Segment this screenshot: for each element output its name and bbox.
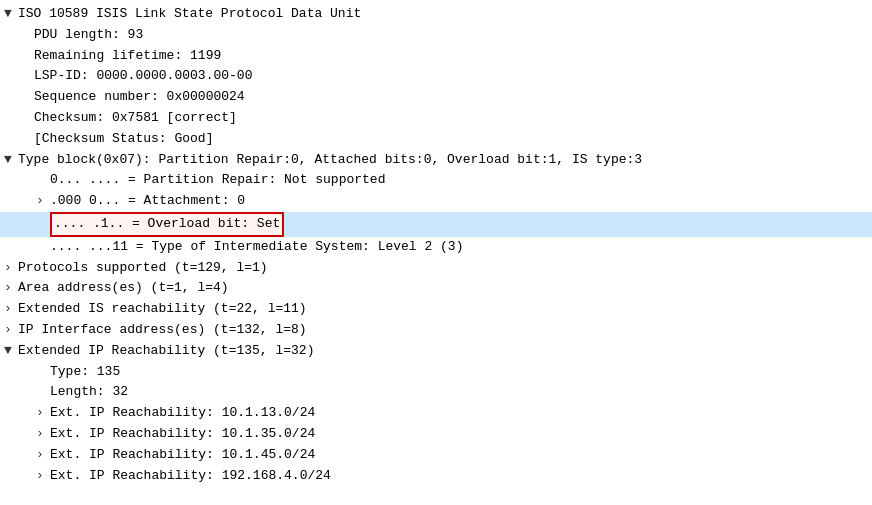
tree-node-text: Extended IS reachability (t=22, l=11) [18, 299, 307, 320]
tree-toggle[interactable]: › [36, 424, 50, 445]
tree-line-ext-ip-reach-4[interactable]: › Ext. IP Reachability: 192.168.4.0/24 [0, 466, 872, 487]
tree-line-ext-ip-reach-2[interactable]: › Ext. IP Reachability: 10.1.35.0/24 [0, 424, 872, 445]
tree-node-text: Area address(es) (t=1, l=4) [18, 278, 229, 299]
tree-toggle[interactable]: ▼ [4, 341, 18, 362]
tree-line-sequence-number: Sequence number: 0x00000024 [0, 87, 872, 108]
tree-line-area-address[interactable]: › Area address(es) (t=1, l=4) [0, 278, 872, 299]
tree-line-protocols-supported[interactable]: › Protocols supported (t=129, l=1) [0, 258, 872, 279]
tree-node-text: Sequence number: 0x00000024 [34, 87, 245, 108]
tree-node-text: Length: 32 [50, 382, 128, 403]
tree-line-type-135: Type: 135 [0, 362, 872, 383]
tree-line-attachment[interactable]: › .000 0... = Attachment: 0 [0, 191, 872, 212]
tree-node-text: Protocols supported (t=129, l=1) [18, 258, 268, 279]
tree-line-ip-interface-address[interactable]: › IP Interface address(es) (t=132, l=8) [0, 320, 872, 341]
tree-line-extended-is-reachability[interactable]: › Extended IS reachability (t=22, l=11) [0, 299, 872, 320]
tree-node-text: 0... .... = Partition Repair: Not suppor… [50, 170, 385, 191]
tree-line-checksum-status: [Checksum Status: Good] [0, 129, 872, 150]
tree-node-text: Checksum: 0x7581 [correct] [34, 108, 237, 129]
tree-node-text: Ext. IP Reachability: 192.168.4.0/24 [50, 466, 331, 487]
tree-line-checksum: Checksum: 0x7581 [correct] [0, 108, 872, 129]
tree-toggle[interactable]: › [4, 320, 18, 341]
tree-toggle[interactable]: › [4, 278, 18, 299]
highlighted-text: .... .1.. = Overload bit: Set [50, 212, 284, 237]
tree-line-overload-bit: .... .1.. = Overload bit: Set [0, 212, 872, 237]
tree-line-lsp-id: LSP-ID: 0000.0000.0003.00-00 [0, 66, 872, 87]
tree-line-type-block[interactable]: ▼ Type block(0x07): Partition Repair:0, … [0, 150, 872, 171]
tree-node-text: ISO 10589 ISIS Link State Protocol Data … [18, 4, 361, 25]
tree-node-text: Ext. IP Reachability: 10.1.35.0/24 [50, 424, 315, 445]
tree-toggle[interactable]: ▼ [4, 4, 18, 25]
tree-line-is-type: .... ...11 = Type of Intermediate System… [0, 237, 872, 258]
tree-node-text: .... .1.. = Overload bit: Set [50, 212, 284, 237]
tree-toggle[interactable]: › [36, 191, 50, 212]
tree-line-ext-ip-reach-1[interactable]: › Ext. IP Reachability: 10.1.13.0/24 [0, 403, 872, 424]
tree-toggle[interactable]: › [36, 466, 50, 487]
tree-line-title-line[interactable]: ▼ ISO 10589 ISIS Link State Protocol Dat… [0, 4, 872, 25]
tree-node-text: Extended IP Reachability (t=135, l=32) [18, 341, 314, 362]
tree-node-text: Ext. IP Reachability: 10.1.13.0/24 [50, 403, 315, 424]
tree-node-text: [Checksum Status: Good] [34, 129, 213, 150]
tree-line-partition-repair: 0... .... = Partition Repair: Not suppor… [0, 170, 872, 191]
tree-toggle[interactable]: › [4, 258, 18, 279]
tree-node-text: PDU length: 93 [34, 25, 143, 46]
packet-tree: ▼ ISO 10589 ISIS Link State Protocol Dat… [0, 0, 872, 490]
tree-node-text: LSP-ID: 0000.0000.0003.00-00 [34, 66, 252, 87]
tree-toggle[interactable]: ▼ [4, 150, 18, 171]
tree-node-text: Remaining lifetime: 1199 [34, 46, 221, 67]
tree-toggle[interactable]: › [36, 403, 50, 424]
tree-node-text: Type block(0x07): Partition Repair:0, At… [18, 150, 642, 171]
tree-line-extended-ip-reachability[interactable]: ▼ Extended IP Reachability (t=135, l=32) [0, 341, 872, 362]
tree-node-text: .000 0... = Attachment: 0 [50, 191, 245, 212]
tree-toggle[interactable]: › [4, 299, 18, 320]
tree-toggle[interactable]: › [36, 445, 50, 466]
tree-node-text: IP Interface address(es) (t=132, l=8) [18, 320, 307, 341]
tree-node-text: Ext. IP Reachability: 10.1.45.0/24 [50, 445, 315, 466]
tree-line-ext-ip-reach-3[interactable]: › Ext. IP Reachability: 10.1.45.0/24 [0, 445, 872, 466]
tree-line-length-32: Length: 32 [0, 382, 872, 403]
tree-node-text: .... ...11 = Type of Intermediate System… [50, 237, 463, 258]
tree-node-text: Type: 135 [50, 362, 120, 383]
tree-line-remaining-lifetime: Remaining lifetime: 1199 [0, 46, 872, 67]
tree-line-pdu-length: PDU length: 93 [0, 25, 872, 46]
